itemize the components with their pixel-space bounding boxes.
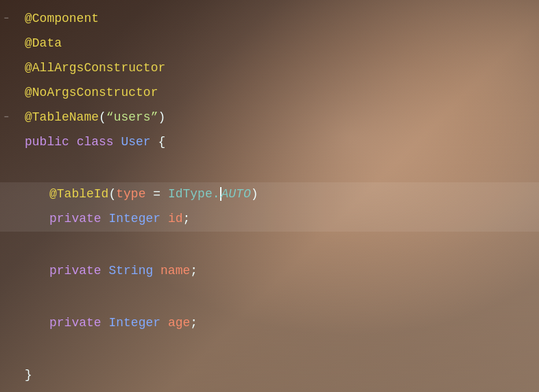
token	[160, 187, 168, 201]
code-line	[0, 232, 539, 259]
token: @TableName	[25, 110, 99, 124]
token: ;	[182, 212, 190, 225]
code-line: @Data	[0, 32, 539, 56]
code-line: private Integer age;	[0, 311, 539, 336]
token: )	[158, 110, 165, 124]
line-content: @TableId(type = IdType.AUTO)	[12, 184, 259, 205]
token: Integer	[108, 212, 160, 225]
line-content: @Component	[12, 9, 99, 29]
line-content: }	[12, 365, 32, 386]
token: ;	[190, 264, 197, 278]
token: public	[25, 135, 69, 149]
line-content	[12, 337, 25, 362]
code-line: −@Component	[0, 7, 539, 32]
line-content: public class User {	[12, 132, 165, 153]
code-line: public class User {	[0, 130, 539, 155]
line-content	[12, 156, 25, 181]
code-line: @TableId(type = IdType.AUTO)	[0, 182, 539, 207]
line-gutter: −	[0, 111, 12, 125]
code-line: @AllArgsConstructor	[0, 56, 539, 81]
line-content	[12, 285, 25, 310]
code-line: private Integer id;	[0, 207, 539, 232]
fold-icon[interactable]: −	[3, 12, 8, 26]
token	[160, 316, 168, 330]
token	[160, 212, 168, 225]
line-content: @Data	[12, 34, 62, 54]
token	[153, 264, 160, 278]
code-block: −@Component@Data@AllArgsConstructor@NoAr…	[0, 7, 539, 388]
token: class	[77, 135, 114, 149]
code-line	[0, 336, 539, 363]
line-content: @NoArgsConstructor	[12, 83, 158, 103]
token: )	[251, 187, 259, 201]
line-content: private Integer id;	[12, 209, 190, 230]
code-line	[0, 284, 539, 311]
token: @Data	[25, 36, 62, 50]
line-content: @TableName(“users”)	[12, 108, 165, 128]
line-content	[12, 233, 25, 258]
token: }	[25, 368, 32, 382]
token: (	[108, 187, 116, 201]
token: private	[49, 264, 101, 278]
line-content: private String name;	[12, 261, 197, 282]
token: name	[160, 264, 190, 278]
fold-icon[interactable]: −	[3, 111, 8, 125]
token: String	[108, 264, 153, 278]
code-editor: −@Component@Data@AllArgsConstructor@NoAr…	[0, 0, 539, 392]
token: private	[49, 316, 101, 330]
token: “users”	[106, 110, 158, 124]
code-line: @NoArgsConstructor	[0, 81, 539, 106]
token: private	[49, 212, 101, 225]
token: @Component	[25, 12, 99, 25]
token: @NoArgsConstructor	[25, 86, 158, 99]
token: @AllArgsConstructor	[25, 61, 165, 75]
token	[114, 135, 121, 149]
token	[101, 212, 109, 225]
token: type	[116, 187, 145, 201]
token: (	[99, 110, 106, 124]
token: ;	[190, 316, 197, 330]
token: AUTO	[221, 187, 251, 201]
line-content: @AllArgsConstructor	[12, 58, 165, 79]
token: id	[168, 212, 183, 225]
code-line: }	[0, 363, 539, 388]
token	[145, 187, 153, 201]
token: @TableId	[49, 187, 108, 201]
token	[101, 264, 109, 278]
token: Integer	[108, 316, 160, 330]
token: =	[153, 187, 160, 201]
token	[101, 316, 109, 330]
token: IdType.	[168, 187, 220, 201]
line-content: private Integer age;	[12, 313, 197, 334]
token	[69, 135, 77, 149]
line-gutter: −	[0, 12, 12, 26]
code-line: −@TableName(“users”)	[0, 106, 539, 130]
token: User	[121, 135, 150, 149]
token: age	[168, 316, 190, 330]
token: {	[151, 135, 166, 149]
code-line: private String name;	[0, 259, 539, 284]
code-line	[0, 155, 539, 182]
